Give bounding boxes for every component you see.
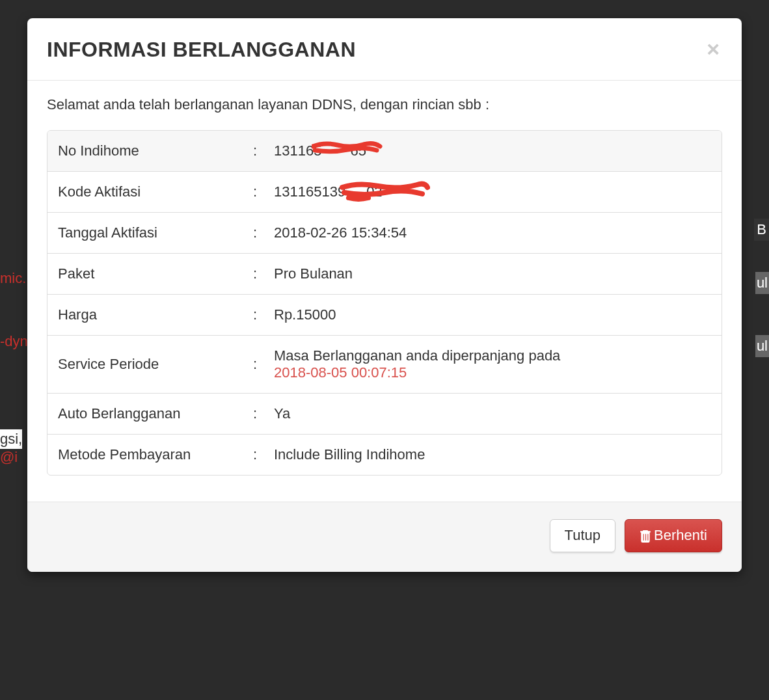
bg-text: -dyn [0, 333, 28, 350]
row-no-indihome: No Indihome : 13116565 [47, 131, 722, 172]
intro-text: Selamat anda telah berlanganan layanan D… [47, 96, 722, 113]
value-kode-aktifasi: 13116513902 [274, 183, 711, 200]
bg-text: mic. [0, 270, 26, 287]
value-prefix: 131165 [274, 142, 321, 159]
value-suffix: 65 [350, 142, 366, 159]
close-button-label: Tutup [565, 526, 600, 545]
bg-text: @i [0, 449, 18, 466]
stop-button-label: Berhenti [654, 526, 707, 545]
value-suffix: 02 [366, 183, 382, 200]
stop-button[interactable]: Berhenti [625, 519, 722, 552]
subscription-info-modal: INFORMASI BERLANGGANAN × Selamat anda te… [27, 18, 742, 572]
row-tanggal-aktifasi: Tanggal Aktifasi : 2018-02-26 15:34:54 [47, 213, 722, 254]
value-service-periode: Masa Berlangganan anda diperpanjang pada… [274, 347, 711, 381]
colon: : [253, 224, 274, 241]
value-paket: Pro Bulanan [274, 265, 711, 282]
row-auto-berlangganan: Auto Berlangganan : Ya [47, 394, 722, 435]
trash-icon [640, 529, 651, 542]
colon: : [253, 356, 274, 373]
value-harga: Rp.15000 [274, 306, 711, 323]
modal-title: INFORMASI BERLANGGANAN [47, 38, 356, 62]
colon: : [253, 183, 274, 200]
service-periode-date: 2018-08-05 00:07:15 [274, 364, 711, 381]
label-no-indihome: No Indihome [58, 142, 253, 159]
colon: : [253, 446, 274, 463]
subscription-details-table: No Indihome : 13116565 Kode Aktifasi : 1… [47, 130, 722, 476]
label-metode-pembayaran: Metode Pembayaran [58, 446, 253, 463]
close-icon-button[interactable]: × [704, 38, 722, 60]
modal-header: INFORMASI BERLANGGANAN × [27, 18, 742, 81]
label-tanggal-aktifasi: Tanggal Aktifasi [58, 224, 253, 241]
bg-text: ul [755, 335, 769, 357]
row-paket: Paket : Pro Bulanan [47, 254, 722, 295]
colon: : [253, 142, 274, 159]
value-metode-pembayaran: Include Billing Indihome [274, 446, 711, 463]
label-kode-aktifasi: Kode Aktifasi [58, 183, 253, 200]
row-harga: Harga : Rp.15000 [47, 295, 722, 336]
row-service-periode: Service Periode : Masa Berlangganan anda… [47, 336, 722, 394]
colon: : [253, 405, 274, 422]
label-service-periode: Service Periode [58, 356, 253, 373]
label-paket: Paket [58, 265, 253, 282]
value-auto-berlangganan: Ya [274, 405, 711, 422]
bg-text: B [754, 219, 769, 241]
modal-footer: Tutup Berhenti [27, 502, 742, 572]
service-periode-text: Masa Berlangganan anda diperpanjang pada [274, 347, 711, 364]
value-tanggal-aktifasi: 2018-02-26 15:34:54 [274, 224, 711, 241]
colon: : [253, 265, 274, 282]
redaction-scribble [312, 139, 383, 158]
colon: : [253, 306, 274, 323]
row-kode-aktifasi: Kode Aktifasi : 13116513902 [47, 172, 722, 213]
label-auto-berlangganan: Auto Berlangganan [58, 405, 253, 422]
row-metode-pembayaran: Metode Pembayaran : Include Billing Indi… [47, 435, 722, 475]
value-prefix: 131165139 [274, 183, 345, 200]
bg-text: gsi, [0, 429, 22, 449]
bg-text: ul [755, 272, 769, 294]
label-harga: Harga [58, 306, 253, 323]
close-button[interactable]: Tutup [550, 519, 615, 552]
redaction-scribble [339, 178, 430, 203]
value-no-indihome: 13116565 [274, 142, 711, 159]
close-icon: × [707, 36, 720, 61]
modal-body: Selamat anda telah berlanganan layanan D… [27, 81, 742, 502]
